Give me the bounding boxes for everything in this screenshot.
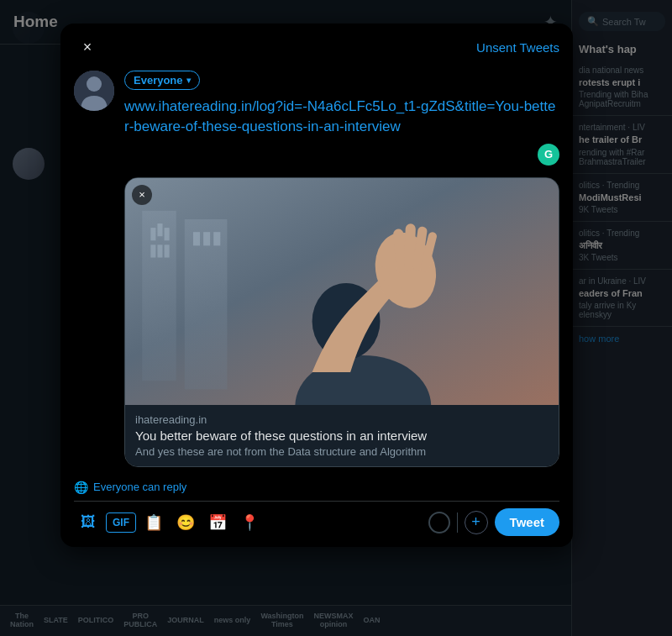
- compose-tweet-modal: × Unsent Tweets Everyo: [60, 24, 573, 547]
- tweet-text[interactable]: www.ihatereading.in/log?id=-N4a6cLFc5Lo_…: [124, 97, 559, 137]
- svg-rect-12: [203, 232, 210, 245]
- compose-toolbar: 🖼 GIF 📋 😊 📅 📍 + Tweet: [60, 502, 573, 540]
- modal-header: × Unsent Tweets: [60, 24, 573, 67]
- avatar-image: [74, 71, 114, 111]
- link-preview-card: ×: [124, 177, 559, 467]
- emoji-icon-button[interactable]: 😊: [171, 508, 200, 537]
- svg-rect-6: [165, 228, 170, 240]
- link-preview-image: [125, 178, 559, 405]
- link-title: You better beware of these questions in …: [135, 428, 549, 443]
- audience-label: Everyone: [134, 74, 183, 87]
- svg-rect-13: [213, 232, 220, 245]
- location-icon-button[interactable]: 📍: [235, 508, 264, 537]
- link-description: And yes these are not from the Data stru…: [135, 445, 549, 458]
- schedule-icon-button[interactable]: 📅: [203, 508, 232, 537]
- svg-rect-8: [157, 244, 162, 257]
- reply-setting[interactable]: 🌐 Everyone can reply: [74, 474, 559, 502]
- close-button[interactable]: ×: [74, 34, 101, 60]
- link-domain: ihatereading.in: [135, 413, 549, 426]
- svg-rect-7: [150, 244, 155, 257]
- chevron-down-icon: ▾: [186, 76, 191, 85]
- tweet-compose-area: Everyone ▾ www.ihatereading.in/log?id=-N…: [124, 71, 559, 474]
- grammarly-icon: G: [538, 144, 559, 166]
- toolbar-divider: [457, 512, 458, 533]
- char-count: [428, 512, 450, 534]
- svg-rect-5: [157, 223, 162, 236]
- modal-body: Everyone ▾ www.ihatereading.in/log?id=-N…: [60, 67, 573, 474]
- tweet-button[interactable]: Tweet: [495, 508, 559, 536]
- user-avatar: [74, 71, 114, 111]
- svg-rect-11: [193, 232, 200, 245]
- list-icon-button[interactable]: 📋: [139, 508, 168, 537]
- link-preview-meta: ihatereading.in You better beware of the…: [125, 405, 559, 466]
- audience-selector[interactable]: Everyone ▾: [124, 71, 200, 90]
- svg-rect-9: [165, 244, 170, 257]
- globe-icon: 🌐: [74, 481, 88, 494]
- gif-button[interactable]: GIF: [106, 512, 136, 533]
- reply-setting-label: Everyone can reply: [93, 481, 186, 493]
- add-tweet-button[interactable]: +: [465, 511, 488, 534]
- image-icon-button[interactable]: 🖼: [74, 508, 102, 537]
- svg-point-1: [87, 76, 102, 92]
- link-preview-close-button[interactable]: ×: [132, 185, 152, 205]
- unsent-tweets-link[interactable]: Unsent Tweets: [476, 40, 559, 55]
- modal-overlay: × Unsent Tweets Everyo: [0, 0, 672, 636]
- svg-rect-4: [150, 228, 155, 240]
